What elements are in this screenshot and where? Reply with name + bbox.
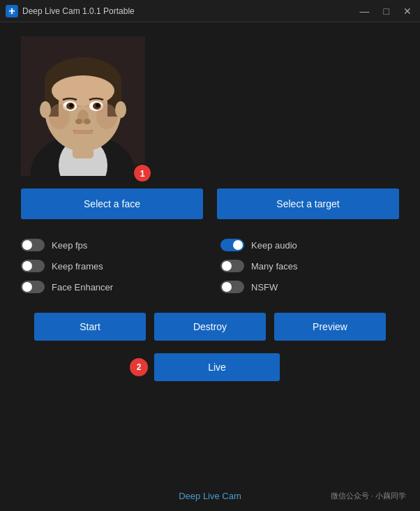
keep-audio-row: Keep audio xyxy=(220,239,399,251)
svg-rect-2 xyxy=(11,8,13,14)
svg-point-16 xyxy=(69,103,73,108)
toggles-section: Keep fps Keep frames Face Enhancer Keep … xyxy=(21,239,399,293)
window-controls: — □ ✕ xyxy=(357,6,414,16)
face-badge: 1 xyxy=(133,163,152,183)
toggle-col-left: Keep fps Keep frames Face Enhancer xyxy=(21,239,200,293)
svg-point-11 xyxy=(52,75,114,106)
toggle-col-right: Keep audio Many faces NSFW xyxy=(220,239,399,293)
top-section: 1 xyxy=(21,36,399,176)
live-badge: 2 xyxy=(130,358,148,376)
keep-fps-row: Keep fps xyxy=(21,239,200,251)
keep-fps-toggle[interactable] xyxy=(21,239,45,251)
start-button[interactable]: Start xyxy=(34,313,146,341)
face-enhancer-row: Face Enhancer xyxy=(21,281,200,293)
preview-button[interactable]: Preview xyxy=(274,313,386,341)
minimize-button[interactable]: — xyxy=(357,6,373,16)
select-face-button[interactable]: Select a face xyxy=(21,188,203,219)
many-faces-toggle[interactable] xyxy=(220,260,244,272)
face-enhancer-label: Face Enhancer xyxy=(52,282,113,292)
keep-fps-label: Keep fps xyxy=(52,240,87,251)
live-row: 2 Live xyxy=(21,353,399,381)
select-buttons-row: Select a face Select a target xyxy=(21,188,399,219)
select-target-button[interactable]: Select a target xyxy=(217,188,399,219)
destroy-button[interactable]: Destroy xyxy=(154,313,266,341)
title-bar: Deep Live Cam 1.0.1 Portable — □ ✕ xyxy=(0,0,420,22)
svg-point-24 xyxy=(40,101,51,118)
app-icon xyxy=(6,5,18,17)
watermark: 微信公众号 · 小藕同学 xyxy=(331,491,406,501)
face-enhancer-toggle[interactable] xyxy=(21,281,45,293)
action-buttons-row: Start Destroy Preview xyxy=(21,313,399,341)
many-faces-label: Many faces xyxy=(251,261,297,272)
svg-rect-21 xyxy=(73,130,93,134)
nsfw-row: NSFW xyxy=(220,281,399,293)
svg-point-19 xyxy=(75,119,82,124)
keep-frames-row: Keep frames xyxy=(21,260,200,272)
face-container: 1 xyxy=(21,36,145,176)
nsfw-toggle[interactable] xyxy=(220,281,244,293)
main-content: 1 Select a face Select a target Keep fps… xyxy=(0,22,420,395)
keep-frames-toggle[interactable] xyxy=(21,260,45,272)
keep-audio-label: Keep audio xyxy=(251,240,297,251)
svg-point-20 xyxy=(84,119,91,124)
svg-point-23 xyxy=(96,104,117,129)
close-button[interactable]: ✕ xyxy=(400,6,414,16)
maximize-button[interactable]: □ xyxy=(381,6,392,16)
live-button[interactable]: Live xyxy=(154,353,280,381)
face-image xyxy=(21,36,145,176)
nsfw-label: NSFW xyxy=(251,282,278,292)
keep-audio-toggle[interactable] xyxy=(220,239,244,251)
keep-frames-label: Keep frames xyxy=(52,261,103,272)
svg-point-17 xyxy=(96,103,100,108)
svg-point-25 xyxy=(115,101,126,118)
many-faces-row: Many faces xyxy=(220,260,399,272)
svg-point-22 xyxy=(49,104,70,129)
window-title: Deep Live Cam 1.0.1 Portable xyxy=(22,6,357,16)
